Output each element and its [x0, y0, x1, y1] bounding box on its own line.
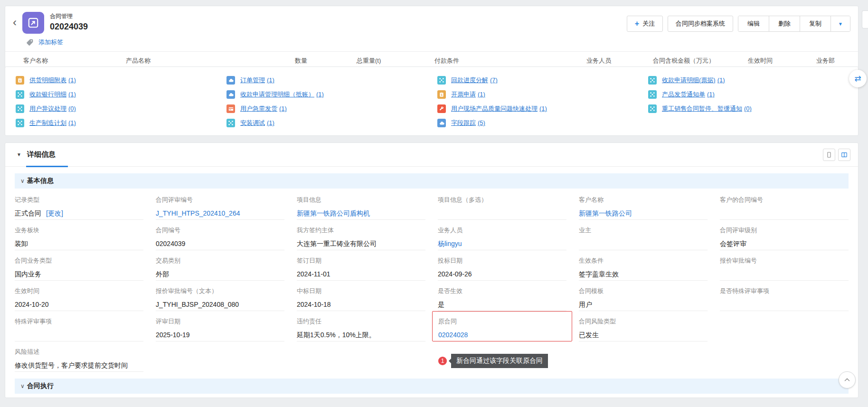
- network-icon: [437, 76, 446, 85]
- clipboard-dollar-icon: $: [437, 90, 446, 99]
- related-list-item: 订单管理(1): [226, 76, 428, 85]
- related-list-item: 安装调试(1): [226, 118, 428, 128]
- related-list-item: 用户现场产品质量问题快速处理(1): [437, 104, 639, 114]
- field-review-level: 合同评审级别 会签评审: [720, 220, 849, 250]
- split-view-button[interactable]: [838, 149, 850, 161]
- cloud-icon: [226, 76, 235, 85]
- chevron-down-icon: ∨: [20, 383, 25, 389]
- related-list-item: 重工销售合同暂停、暂缓通知(0): [648, 104, 849, 114]
- field-quote-approval-no: 报价审批编号: [720, 250, 849, 281]
- card-view-button[interactable]: [823, 149, 835, 161]
- detail-tab[interactable]: 详细信息: [27, 150, 56, 159]
- field-empty: [720, 311, 849, 341]
- delete-button[interactable]: 删除: [769, 16, 800, 31]
- related-link[interactable]: 用户急需发货(1): [240, 104, 287, 113]
- field-bid-date: 投标日期 2024-09-26: [438, 250, 566, 281]
- field-empty: [156, 341, 284, 372]
- network-icon: [16, 104, 24, 113]
- field-review-no: 合同评审编号 J_TYHI_HTPS_202410_264: [156, 189, 284, 220]
- field-is-effective: 是否生效 是: [438, 281, 566, 311]
- change-record-type-link[interactable]: [更改]: [46, 209, 63, 217]
- related-link[interactable]: 用户现场产品质量问题快速处理(1): [451, 104, 547, 113]
- wrench-icon: [437, 104, 446, 113]
- field-customer-name: 客户名称 新疆第一铁路公司: [579, 189, 708, 220]
- swap-panel-button[interactable]: ⇄: [849, 70, 867, 87]
- field-special-review-flag: 是否特殊评审事项: [720, 281, 849, 311]
- field-customer-contract-no: 客户的合同编号: [720, 189, 849, 220]
- network-icon: [648, 76, 657, 85]
- related-link[interactable]: 收款银行明细(1): [29, 90, 76, 99]
- related-list-item: $ 开票申请(1): [437, 90, 639, 99]
- related-list-item: 生产制造计划(1): [16, 118, 217, 128]
- related-link[interactable]: 产品发货通知单(1): [662, 90, 715, 99]
- related-link[interactable]: 用户异议处理(0): [29, 104, 76, 113]
- more-actions-dropdown[interactable]: ▼: [830, 16, 850, 31]
- field-empty: [297, 341, 425, 372]
- step-badge: 1: [438, 357, 447, 365]
- field-empty: [579, 341, 708, 372]
- related-link[interactable]: 安装调试(1): [240, 119, 274, 127]
- related-list-item: 收款申请明细(票据)(1): [648, 76, 849, 85]
- sync-archive-button[interactable]: 合同同步档案系统: [668, 16, 733, 32]
- field-original-contract: 原合同 02024028: [432, 311, 572, 341]
- related-link[interactable]: 供货明细附表(1): [29, 76, 76, 85]
- clipboard-dollar-icon: $: [16, 76, 24, 85]
- network-icon: [16, 90, 24, 99]
- related-link[interactable]: 收款申请管理明细（抵账）(1): [240, 90, 324, 99]
- related-list-item: 收款申请管理明细（抵账）(1): [226, 90, 428, 99]
- contract-app-icon: [22, 12, 44, 34]
- field-business-type: 合同业务类型 国内业务: [15, 250, 143, 281]
- field-contract-template: 合同模板 用户: [579, 281, 708, 311]
- edit-button[interactable]: 编辑: [738, 16, 769, 31]
- related-lists-card: $ 供货明细附表(1) 收款银行明细(1) 用户异议处理(0) 生产制造计划(1…: [5, 66, 859, 136]
- related-list-item: 字段跟踪(5): [437, 118, 639, 128]
- field-owner: 业务人员 杨lingyu: [438, 220, 566, 250]
- network-icon: [16, 119, 24, 127]
- related-list-item: 用户异议处理(0): [16, 104, 217, 114]
- field-quote-approval-text: 报价审批编号（文本） J_TYHI_BJSP_202408_080: [156, 281, 284, 311]
- field-record-type: 记录类型 正式合同[更改]: [15, 189, 143, 220]
- add-tag-link[interactable]: 添加标签: [38, 38, 63, 47]
- field-award-date: 中标日期 2024-10-18: [297, 281, 425, 311]
- cloud-icon: [437, 119, 446, 127]
- related-list-item: 回款进度分解(7): [437, 76, 639, 85]
- related-link[interactable]: 订单管理(1): [240, 76, 274, 85]
- scroll-to-top-button[interactable]: [839, 371, 856, 388]
- network-icon: [648, 90, 657, 99]
- page-title: 02024039: [50, 22, 88, 32]
- field-trade-category: 交易类别 外部: [156, 250, 284, 281]
- field-risk-description: 风险描述 修改供货型号，客户要求提前交货时间: [15, 341, 143, 372]
- collapse-caret-icon[interactable]: ▼: [17, 152, 21, 157]
- original-contract-tooltip: 1 新合同通过该字段关联原合同: [438, 354, 548, 368]
- related-link[interactable]: 开票申请(1): [451, 90, 485, 99]
- back-chevron-icon[interactable]: ‹: [13, 17, 17, 47]
- express-card-icon: [226, 104, 235, 113]
- related-list-item: 收款银行明细(1): [16, 90, 217, 99]
- field-project-info-multi: 项目信息（多选）: [438, 189, 566, 220]
- action-button-group: 编辑 删除 复制 ▼: [738, 16, 850, 32]
- original-contract-link[interactable]: 02024028: [438, 331, 566, 339]
- related-link[interactable]: 字段跟踪(5): [451, 119, 485, 127]
- related-link[interactable]: 回款进度分解(7): [451, 76, 498, 85]
- related-link[interactable]: 重工销售合同暂停、暂缓通知(0): [662, 104, 752, 113]
- field-our-entity: 我方签约主体 大连第一重工铸业有限公司: [297, 220, 425, 250]
- field-breach-liability: 违约责任 延期1天0.5%，10%上限。: [297, 311, 425, 341]
- field-contract-no: 合同编号 02024039: [156, 220, 284, 250]
- docked-panel-edge: [862, 10, 868, 28]
- field-risk-type: 合同风险类型 已发生: [579, 311, 708, 341]
- field-effective-date: 生效时间 2024-10-20: [15, 281, 143, 311]
- field-sign-date: 签订日期 2024-11-01: [297, 250, 425, 281]
- tag-icon: [26, 38, 34, 46]
- field-project-info: 项目信息 新疆第一铁路公司盾构机: [297, 189, 425, 220]
- related-link[interactable]: 收款申请明细(票据)(1): [662, 76, 725, 85]
- related-list-item: $ 供货明细附表(1): [16, 76, 217, 85]
- field-effective-condition: 生效条件 签字盖章生效: [579, 250, 708, 281]
- related-link[interactable]: 生产制造计划(1): [29, 119, 76, 127]
- group-header-contract-execution[interactable]: ∨ 合同执行: [15, 379, 849, 394]
- field-empty: [720, 341, 849, 372]
- copy-button[interactable]: 复制: [800, 16, 830, 31]
- group-header-basic-info[interactable]: ∨ 基本信息: [15, 173, 849, 189]
- active-tab-underline: [26, 166, 68, 167]
- tooltip-bubble: 新合同通过该字段关联原合同: [451, 354, 548, 368]
- follow-button[interactable]: + 关注: [627, 16, 663, 32]
